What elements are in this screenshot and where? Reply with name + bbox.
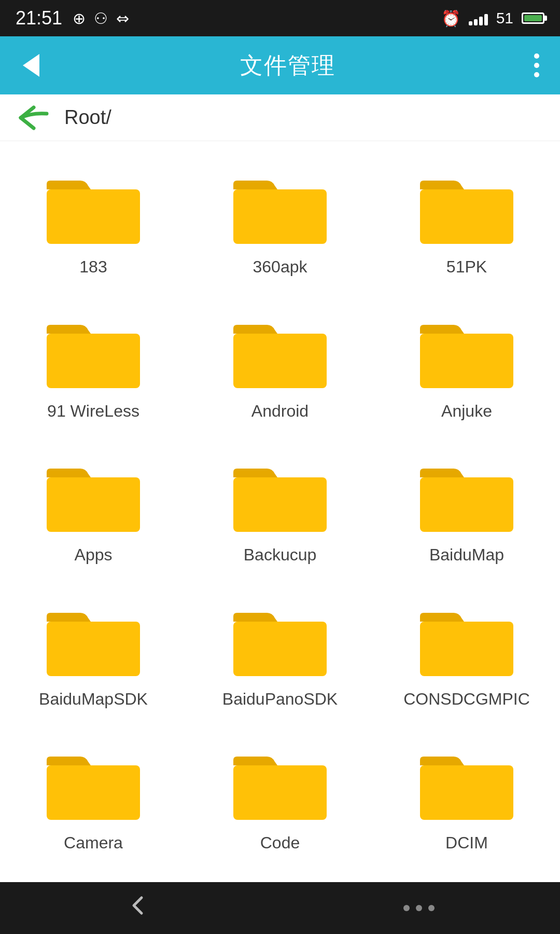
folder-name: 51PK — [446, 257, 487, 277]
folder-item[interactable]: 91 WireLess — [0, 296, 187, 440]
folder-icon — [415, 166, 519, 249]
folder-item[interactable]: BaiduMapSDK — [0, 584, 187, 728]
signal-bars — [469, 11, 488, 25]
svg-rect-0 — [47, 189, 140, 244]
app-bar: 文件管理 — [0, 36, 560, 94]
folder-name: BaiduMap — [429, 545, 504, 565]
svg-rect-8 — [420, 477, 513, 532]
folder-item[interactable]: 51PK — [373, 152, 560, 296]
folder-item[interactable]: Anjuke — [373, 296, 560, 440]
folder-item[interactable]: CONSDCGMPIC — [373, 584, 560, 728]
usb-icon: ⇔ — [116, 9, 129, 28]
svg-rect-14 — [420, 765, 513, 820]
folder-icon — [41, 742, 145, 825]
folder-name: BaiduMapSDK — [39, 690, 148, 709]
folder-name: BaiduPanoSDK — [222, 690, 338, 709]
folder-icon — [228, 742, 332, 825]
folder-name: 183 — [79, 257, 107, 277]
svg-rect-6 — [47, 477, 140, 532]
menu-dot-2 — [534, 63, 539, 68]
folder-name: 91 WireLess — [47, 402, 139, 421]
folder-item[interactable]: Code — [187, 727, 373, 872]
folder-item[interactable]: Apps — [0, 439, 187, 584]
battery-fill — [524, 15, 542, 21]
signal-bar-3 — [479, 17, 483, 25]
folder-name: Camera — [64, 833, 123, 853]
system-menu-button[interactable] — [403, 905, 435, 911]
folder-icon — [415, 310, 519, 393]
folder-item[interactable]: 183 — [0, 152, 187, 296]
folder-name: Android — [251, 402, 309, 421]
folder-icon — [41, 598, 145, 681]
folder-item[interactable]: Camera — [0, 727, 187, 872]
status-icons: ⊕ ⚇ ⇔ — [73, 9, 129, 28]
folder-icon — [228, 454, 332, 537]
svg-rect-5 — [420, 334, 513, 388]
back-chevron-icon — [23, 54, 39, 77]
status-left: 21:51 ⊕ ⚇ ⇔ — [16, 7, 129, 29]
file-grid: 183360apk51PK91 WireLessAndroidAnjukeApp… — [0, 141, 560, 882]
battery-percent: 51 — [496, 9, 513, 27]
folder-item[interactable]: DCIM — [373, 727, 560, 872]
svg-rect-10 — [233, 622, 327, 676]
folder-name: Anjuke — [441, 402, 492, 421]
person-icon: ⚇ — [94, 9, 108, 28]
folder-item[interactable]: Backucup — [187, 439, 373, 584]
menu-dot-3 — [534, 72, 539, 77]
svg-rect-1 — [233, 189, 327, 244]
svg-rect-3 — [47, 334, 140, 388]
menu-dot-1 — [534, 53, 539, 59]
system-back-button[interactable] — [126, 892, 152, 924]
folder-name: CONSDCGMPIC — [403, 690, 530, 709]
folder-icon — [228, 166, 332, 249]
clock-icon: ⏰ — [441, 9, 460, 28]
folder-icon — [415, 598, 519, 681]
battery-icon — [522, 12, 544, 24]
bottom-nav — [0, 882, 560, 934]
signal-bar-1 — [469, 21, 472, 25]
folder-icon — [41, 166, 145, 249]
more-options-button[interactable] — [529, 48, 544, 83]
svg-rect-9 — [47, 622, 140, 676]
svg-rect-7 — [233, 477, 327, 532]
sim-icon: ⊕ — [73, 9, 86, 28]
folder-item[interactable]: 360apk — [187, 152, 373, 296]
folder-icon — [415, 742, 519, 825]
folder-name: 360apk — [253, 257, 307, 277]
svg-rect-11 — [420, 622, 513, 676]
folder-name: Backucup — [244, 545, 317, 565]
bottom-dot-1 — [403, 905, 410, 911]
breadcrumb-back-button[interactable] — [16, 102, 52, 133]
back-arrow-icon — [16, 102, 52, 133]
svg-rect-4 — [233, 334, 327, 388]
svg-rect-13 — [233, 765, 327, 820]
folder-icon — [41, 454, 145, 537]
folder-icon — [415, 454, 519, 537]
folder-icon — [41, 310, 145, 393]
svg-rect-12 — [47, 765, 140, 820]
status-time: 21:51 — [16, 7, 62, 29]
folder-name: Code — [260, 833, 300, 853]
bottom-dot-3 — [428, 905, 435, 911]
signal-bar-2 — [474, 19, 478, 25]
signal-bar-4 — [484, 14, 488, 25]
breadcrumb-path: Root/ — [64, 106, 111, 129]
back-button[interactable] — [16, 50, 47, 81]
folder-icon — [228, 310, 332, 393]
folder-icon — [228, 598, 332, 681]
app-title: 文件管理 — [240, 50, 335, 81]
bottom-dot-2 — [416, 905, 422, 911]
folder-item[interactable]: BaiduPanoSDK — [187, 584, 373, 728]
folder-name: Apps — [75, 545, 113, 565]
status-bar: 21:51 ⊕ ⚇ ⇔ ⏰ 51 — [0, 0, 560, 36]
folder-name: DCIM — [445, 833, 488, 853]
folder-item[interactable]: Android — [187, 296, 373, 440]
svg-rect-2 — [420, 189, 513, 244]
breadcrumb: Root/ — [0, 94, 560, 141]
status-right: ⏰ 51 — [441, 9, 544, 28]
folder-item[interactable]: BaiduMap — [373, 439, 560, 584]
